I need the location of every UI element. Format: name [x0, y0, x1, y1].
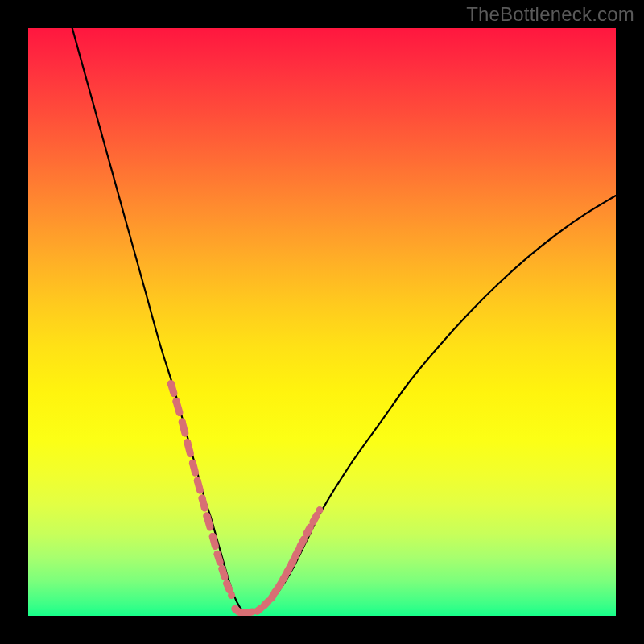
plot-area: [28, 28, 616, 616]
sample-dot: [261, 601, 268, 609]
sample-dot: [184, 439, 191, 446]
sample-dot: [172, 398, 180, 405]
sample-dot: [218, 565, 225, 572]
sample-dot: [179, 419, 186, 426]
sample-dots-right-group: [254, 506, 323, 615]
sample-dot: [310, 518, 317, 526]
sample-dot: [203, 512, 210, 519]
sample-dot: [223, 580, 230, 587]
sample-dot: [271, 588, 279, 596]
sample-dot: [279, 576, 287, 583]
sample-dot: [316, 506, 324, 514]
sample-dot: [275, 583, 283, 590]
sample-dot: [189, 460, 196, 467]
sample-dot: [283, 568, 291, 576]
sample-dot: [228, 592, 235, 599]
sample-dot: [249, 608, 256, 615]
sample-dot: [194, 477, 201, 485]
sample-dots-bottom-group: [231, 605, 256, 616]
sample-dot: [288, 560, 295, 568]
sample-dot: [167, 380, 175, 387]
sample-dot: [199, 495, 206, 502]
chart-frame: TheBottleneck.com: [0, 0, 644, 644]
curve-layer: [28, 28, 616, 616]
bottleneck-curve-path: [72, 28, 616, 613]
sample-dot: [209, 533, 217, 540]
sample-dot: [214, 551, 221, 558]
sample-dot: [292, 552, 299, 559]
sample-dot: [303, 530, 311, 537]
sample-dot: [296, 543, 303, 550]
watermark-label: TheBottleneck.com: [466, 3, 634, 26]
